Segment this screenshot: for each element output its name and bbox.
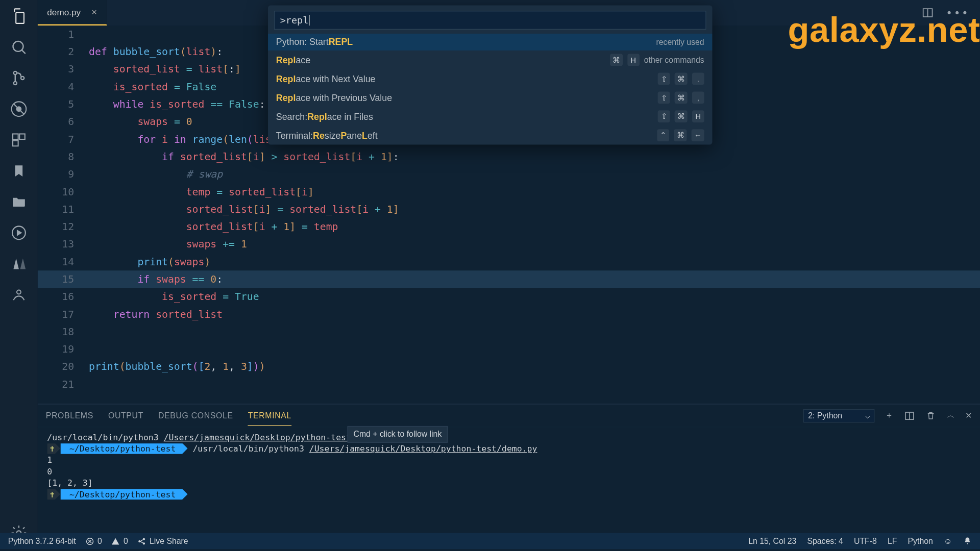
status-encoding[interactable]: UTF-8: [854, 536, 877, 545]
status-errors[interactable]: 0: [85, 536, 102, 545]
line-number: 18: [38, 323, 89, 340]
status-live-share[interactable]: Live Share: [137, 536, 188, 545]
code-line[interactable]: 10 temp = sorted_list[i]: [38, 183, 980, 201]
term-link[interactable]: /Users/jamesquick/Desktop/python-test/de…: [309, 443, 537, 454]
status-bell-icon[interactable]: [963, 536, 972, 545]
new-terminal-icon[interactable]: ＋: [885, 410, 893, 421]
status-indentation[interactable]: Spaces: 4: [807, 536, 843, 545]
command-palette-input[interactable]: >repl: [274, 11, 706, 30]
code-content: is_sorted = True: [89, 288, 259, 306]
debug-icon[interactable]: [9, 99, 28, 118]
code-line[interactable]: 12 sorted_list[i + 1] = temp: [38, 218, 980, 235]
kill-terminal-icon[interactable]: [926, 411, 936, 421]
status-language[interactable]: Python: [908, 536, 933, 545]
explorer-icon[interactable]: [9, 7, 28, 26]
palette-item[interactable]: Search: Replace in Files⇧⌘H: [268, 107, 713, 126]
command-palette-query: >repl: [280, 15, 309, 26]
code-line[interactable]: 19: [38, 340, 980, 358]
palette-item[interactable]: Replace with Previous Value⇧⌘,: [268, 88, 713, 107]
split-terminal-icon[interactable]: [904, 410, 915, 421]
status-eol[interactable]: LF: [888, 536, 897, 545]
tab-demo-py[interactable]: demo.py ×: [38, 0, 107, 26]
status-live-share-label: Live Share: [150, 536, 188, 545]
split-editor-icon[interactable]: [922, 7, 934, 19]
line-number: 1: [38, 26, 89, 43]
status-python-version[interactable]: Python 3.7.2 64-bit: [8, 536, 76, 545]
maximize-panel-icon[interactable]: ︿: [947, 410, 955, 421]
code-content: return sorted_list: [89, 306, 223, 323]
code-content: swaps += 1: [89, 236, 247, 253]
line-number: 11: [38, 201, 89, 218]
ext-icon-2[interactable]: [9, 285, 28, 304]
line-number: 2: [38, 43, 89, 60]
code-line[interactable]: 14 print(swaps): [38, 253, 980, 270]
terminal-selector-label: 2: Python: [808, 411, 842, 420]
project-manager-icon[interactable]: [9, 192, 28, 211]
status-errors-count: 0: [97, 536, 102, 545]
svg-point-16: [143, 538, 145, 540]
svg-rect-7: [19, 134, 25, 139]
svg-point-15: [139, 540, 140, 542]
bookmark-icon[interactable]: [9, 162, 28, 181]
ext-icon-1[interactable]: [9, 255, 28, 273]
code-line[interactable]: 11 sorted_list[i] = sorted_list[i + 1]: [38, 201, 980, 218]
close-tab-icon[interactable]: ×: [91, 7, 97, 17]
more-actions-icon[interactable]: •••: [946, 7, 969, 19]
palette-item[interactable]: Replace⌘Hother commands: [268, 51, 713, 69]
status-feedback-icon[interactable]: ☺: [944, 536, 952, 545]
status-cursor-position[interactable]: Ln 15, Col 23: [748, 536, 796, 545]
code-line[interactable]: 21: [38, 375, 980, 393]
svg-point-17: [143, 542, 145, 544]
code-content: def bubble_sort(list):: [89, 43, 223, 60]
source-control-icon[interactable]: [9, 69, 28, 88]
term-link[interactable]: /Users/jamesquick/Desktop/python-test.: [164, 432, 356, 442]
code-line[interactable]: 15 if swaps == 0:: [38, 270, 980, 288]
panel-tab-output[interactable]: OUTPUT: [108, 411, 143, 420]
terminal-body[interactable]: Cmd + click to follow link /usr/local/bi…: [38, 428, 980, 504]
line-number: 5: [38, 95, 89, 113]
line-number: 21: [38, 375, 89, 393]
line-number: 12: [38, 218, 89, 235]
line-number: 9: [38, 165, 89, 183]
panel-tab-debug[interactable]: DEBUG CONSOLE: [158, 411, 233, 420]
code-content: sorted_list[i + 1] = temp: [89, 218, 338, 235]
close-panel-icon[interactable]: ✕: [965, 411, 972, 420]
prompt-segment-icon: ✝: [47, 489, 60, 499]
code-content: temp = sorted_list[i]: [89, 183, 314, 201]
status-warnings-count: 0: [124, 536, 128, 545]
prompt-segment-path: ~/Desktop/python-test: [60, 443, 187, 454]
status-warnings[interactable]: 0: [111, 536, 128, 545]
line-number: 19: [38, 340, 89, 358]
palette-item[interactable]: Terminal: Resize Pane Left⌃⌘←: [268, 126, 713, 145]
activity-bar: [0, 0, 38, 549]
panel-tab-terminal[interactable]: TERMINAL: [248, 411, 291, 425]
line-number: 7: [38, 131, 89, 148]
svg-point-2: [14, 82, 17, 85]
search-icon[interactable]: [9, 38, 28, 57]
term-text: /usr/local/bin/python3: [192, 443, 309, 454]
code-line[interactable]: 20print(bubble_sort([2, 1, 3])): [38, 358, 980, 375]
palette-item[interactable]: Python: Start REPLrecently used: [268, 34, 713, 51]
code-line[interactable]: 18: [38, 323, 980, 340]
code-line[interactable]: 8 if sorted_list[i] > sorted_list[i + 1]…: [38, 148, 980, 165]
power-icon[interactable]: [9, 223, 28, 242]
terminal-selector[interactable]: 2: Python⌵: [803, 409, 874, 422]
code-line[interactable]: 9 # swap: [38, 165, 980, 183]
palette-item[interactable]: Replace with Next Value⇧⌘.: [268, 69, 713, 88]
line-number: 17: [38, 306, 89, 323]
code-line[interactable]: 13 swaps += 1: [38, 236, 980, 253]
term-output: 0: [47, 466, 971, 477]
line-number: 15: [38, 270, 89, 288]
code-content: print(bubble_sort([2, 1, 3])): [89, 358, 265, 375]
svg-rect-6: [13, 134, 18, 139]
status-bar: Python 3.7.2 64-bit 0 0 Live Share Ln 15…: [0, 533, 980, 549]
code-line[interactable]: 16 is_sorted = True: [38, 288, 980, 306]
command-palette: >repl Python: Start REPLrecently usedRep…: [268, 6, 713, 145]
code-content: sorted_list = list[:]: [89, 61, 241, 78]
term-text: /usr/local/bin/python3: [47, 432, 163, 442]
extensions-icon[interactable]: [9, 131, 28, 149]
panel-tab-problems[interactable]: PROBLEMS: [46, 411, 93, 420]
line-number: 4: [38, 78, 89, 95]
code-content: if swaps == 0:: [89, 270, 223, 288]
code-line[interactable]: 17 return sorted_list: [38, 306, 980, 323]
